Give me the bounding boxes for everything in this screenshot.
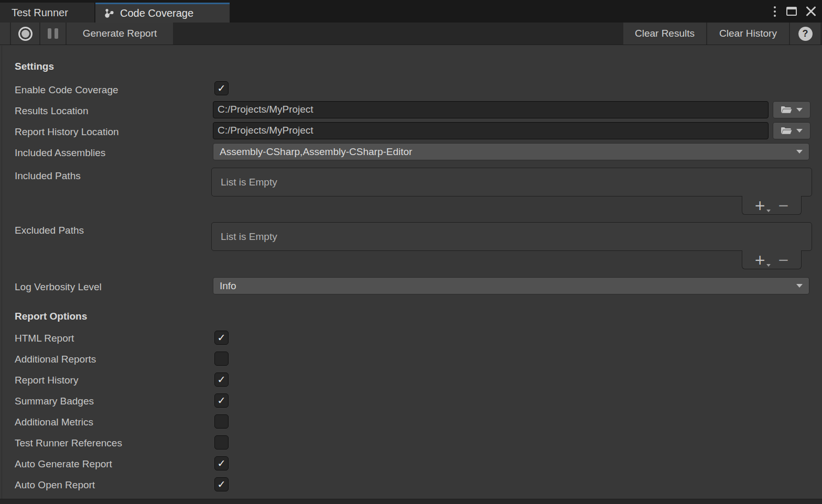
excluded-paths-remove-button[interactable]: − — [777, 254, 789, 266]
results-location-field[interactable]: C:/Projects/MyProject — [213, 101, 769, 118]
report-history-location-browse-button[interactable] — [773, 122, 810, 139]
checkmark-icon: ✓ — [218, 479, 226, 489]
help-button[interactable]: ? — [790, 23, 820, 45]
dropdown-arrow-icon — [796, 150, 803, 154]
toolbar-spacer — [0, 23, 10, 45]
excluded-paths-list[interactable]: List is Empty — [211, 222, 812, 251]
excluded-paths-empty-text: List is Empty — [221, 231, 277, 243]
html-report-checkbox[interactable]: ✓ — [214, 331, 229, 345]
tab-test-runner-label: Test Runner — [12, 7, 68, 19]
report-history-location-field[interactable]: C:/Projects/MyProject — [213, 122, 769, 139]
dropdown-arrow-icon — [796, 284, 803, 288]
log-verbosity-level-value: Info — [220, 280, 236, 292]
enable-code-coverage-checkbox[interactable]: ✓ — [214, 81, 229, 95]
included-paths-list[interactable]: List is Empty — [211, 168, 812, 196]
summary-badges-checkbox[interactable]: ✓ — [214, 393, 229, 408]
maximize-icon[interactable] — [786, 7, 797, 16]
report-options-header: Report Options — [15, 311, 87, 322]
included-assemblies-dropdown[interactable]: Assembly-CSharp,Assembly-CSharp-Editor — [213, 143, 809, 160]
panel-left-edge — [2, 46, 2, 499]
auto-open-report-label: Auto Open Report — [15, 478, 95, 492]
additional-reports-label: Additional Reports — [15, 352, 96, 366]
included-paths-label: Included Paths — [15, 169, 81, 183]
tab-code-coverage[interactable]: Code Coverage — [95, 3, 230, 23]
results-location-label: Results Location — [15, 104, 88, 118]
checkmark-icon: ✓ — [218, 375, 226, 385]
checkmark-icon: ✓ — [218, 83, 226, 93]
included-assemblies-value: Assembly-CSharp,Assembly-CSharp-Editor — [220, 146, 412, 158]
additional-metrics-checkbox[interactable]: ✓ — [214, 414, 229, 429]
toolbar: Generate Report Clear Results Clear Hist… — [0, 23, 822, 45]
generate-report-button[interactable]: Generate Report — [67, 23, 173, 45]
included-paths-remove-button[interactable]: − — [777, 200, 789, 211]
auto-generate-report-checkbox[interactable]: ✓ — [214, 456, 229, 470]
included-paths-empty-text: List is Empty — [221, 177, 277, 188]
html-report-label: HTML Report — [15, 331, 74, 345]
log-verbosity-level-label: Log Verbosity Level — [15, 280, 102, 294]
test-runner-references-label: Test Runner References — [15, 436, 122, 450]
tab-test-runner[interactable]: Test Runner — [0, 3, 94, 23]
add-dropdown-arrow-icon — [766, 210, 771, 212]
tab-bar: Test Runner Code Coverage — [0, 0, 822, 23]
summary-badges-label: Summary Badges — [15, 394, 94, 408]
results-location-browse-button[interactable] — [773, 101, 810, 118]
included-assemblies-label: Included Assemblies — [15, 146, 105, 160]
add-dropdown-arrow-icon — [766, 264, 771, 267]
log-verbosity-level-dropdown[interactable]: Info — [213, 277, 809, 294]
report-history-checkbox[interactable]: ✓ — [214, 372, 229, 387]
folder-dropdown-arrow-icon — [796, 129, 803, 133]
checkmark-icon: ✓ — [218, 396, 226, 406]
help-icon: ? — [798, 27, 813, 41]
clear-history-button[interactable]: Clear History — [707, 23, 789, 45]
open-folder-icon — [781, 126, 792, 135]
excluded-paths-add-button[interactable]: + — [754, 254, 766, 266]
included-paths-add-button[interactable]: + — [754, 200, 766, 211]
record-button[interactable] — [11, 23, 39, 45]
checkmark-icon: ✓ — [218, 458, 226, 468]
window-controls — [772, 0, 817, 23]
pause-icon — [48, 28, 58, 39]
plus-icon: + — [754, 252, 766, 268]
plus-icon: + — [754, 198, 766, 213]
code-coverage-panel: Settings Enable Code Coverage ✓ Results … — [0, 46, 822, 499]
auto-generate-report-label: Auto Generate Report — [15, 457, 112, 471]
additional-metrics-label: Additional Metrics — [15, 415, 93, 429]
report-history-label: Report History — [15, 373, 78, 387]
pause-button[interactable] — [40, 23, 66, 45]
excluded-paths-label: Excluded Paths — [15, 223, 84, 237]
window-bottom-edge — [0, 499, 822, 504]
code-coverage-icon — [103, 8, 115, 19]
excluded-paths-list-footer: + − — [742, 250, 802, 269]
auto-open-report-checkbox[interactable]: ✓ — [214, 477, 229, 491]
kebab-menu-icon[interactable] — [772, 5, 778, 18]
additional-reports-checkbox[interactable]: ✓ — [214, 352, 229, 366]
record-icon — [18, 27, 33, 41]
open-folder-icon — [781, 105, 792, 114]
report-history-location-label: Report History Location — [15, 125, 119, 139]
tab-code-coverage-label: Code Coverage — [120, 7, 193, 19]
folder-dropdown-arrow-icon — [796, 108, 803, 112]
clear-results-button[interactable]: Clear Results — [623, 23, 706, 45]
enable-code-coverage-label: Enable Code Coverage — [15, 83, 118, 97]
included-paths-list-footer: + − — [742, 196, 802, 215]
settings-header: Settings — [15, 61, 54, 72]
checkmark-icon: ✓ — [218, 333, 226, 343]
close-icon[interactable] — [805, 6, 817, 17]
test-runner-references-checkbox[interactable]: ✓ — [214, 435, 229, 450]
